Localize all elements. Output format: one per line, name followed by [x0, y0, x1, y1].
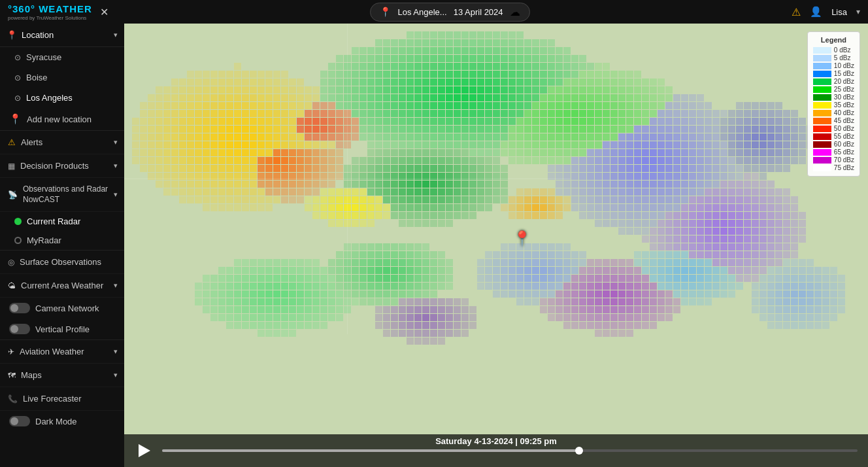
legend-label: 20 dBz: [834, 78, 854, 85]
sidebar-item-current-radar[interactable]: Current Radar: [0, 212, 124, 231]
sidebar-location-section[interactable]: 📍 Location ▾: [0, 24, 124, 47]
current-area-label: Current Area Weather: [21, 281, 103, 290]
los-angeles-label: Los Angeles: [26, 93, 73, 103]
myradar-radio: [14, 237, 22, 244]
legend-label: 5 dBz: [834, 54, 851, 61]
legend-color-swatch: [813, 55, 831, 61]
play-button[interactable]: [135, 441, 154, 460]
legend-label: 60 dBz: [834, 141, 854, 148]
timeline-thumb[interactable]: [575, 447, 583, 455]
radar-canvas: [124, 24, 868, 467]
sidebar-dark-mode: Dark Mode: [0, 411, 124, 432]
decision-products-icon: ▦: [8, 162, 15, 171]
boise-label: Boise: [26, 73, 48, 82]
surface-obs-left: ◎ Surface Observations: [8, 257, 101, 267]
user-icon: 👤: [810, 6, 822, 18]
sidebar-decision-products-section[interactable]: ▦ Decision Products ▾: [0, 154, 124, 178]
legend-label: 40 dBz: [834, 109, 854, 116]
header-left: °360° WEATHER powered by TruWeather Solu…: [8, 3, 108, 21]
legend-item: 50 dBz: [813, 125, 854, 132]
location-bar[interactable]: 📍 Los Angele... 13 April 2024 ☁: [370, 3, 529, 22]
live-forecaster-icon: 📞: [8, 394, 18, 404]
alerts-left: ⚠ Alerts: [8, 137, 42, 147]
observations-left: 📡 Observations and Radar NowCAST: [8, 184, 114, 205]
legend-color-swatch: [813, 118, 831, 124]
decision-products-chevron-icon: ▾: [114, 162, 118, 170]
location-chevron-icon: ▾: [114, 31, 118, 39]
legend-item: 30 dBz: [813, 94, 854, 101]
location-pin-icon: ⊙: [14, 94, 21, 103]
legend-color-swatch: [813, 126, 831, 132]
legend-item: 0 dBz: [813, 46, 854, 54]
timeline-scrubber[interactable]: [162, 449, 858, 452]
legend-color-swatch: [813, 102, 831, 109]
live-forecaster-label: Live Forecaster: [23, 394, 82, 404]
add-icon: 📍: [9, 113, 22, 125]
legend-items: 0 dBz5 dBz10 dBz15 dBz20 dBz25 dBz30 dBz…: [813, 46, 854, 171]
legend-color-swatch: [813, 86, 831, 93]
legend-color-swatch: [813, 141, 831, 148]
alert-icon[interactable]: ⚠: [792, 6, 801, 18]
timeline-progress: [162, 449, 579, 452]
sidebar-vertical-profile: Vertical Profile: [0, 319, 124, 339]
legend-label: 35 dBz: [834, 101, 854, 109]
add-location-label: Add new location: [27, 114, 92, 124]
location-section-title: 📍 Location: [7, 30, 54, 40]
legend-label: 65 dBz: [834, 148, 854, 156]
legend-color-swatch: [813, 110, 831, 116]
observations-icon: 📡: [8, 190, 18, 199]
user-menu-chevron-icon[interactable]: ▾: [856, 7, 860, 16]
legend-item: 20 dBz: [813, 78, 854, 85]
vertical-profile-label: Vertical Profile: [35, 324, 90, 334]
dark-mode-toggle[interactable]: [9, 416, 30, 426]
logo: °360° WEATHER powered by TruWeather Solu…: [8, 3, 92, 21]
legend-item: 15 dBz: [813, 70, 854, 77]
sidebar-current-area-weather[interactable]: 🌤 Current Area Weather ▾: [0, 274, 124, 298]
header-right: ⚠ 👤 Lisa ▾: [792, 6, 860, 18]
legend-item: 65 dBz: [813, 148, 854, 156]
legend-color-swatch: [813, 165, 831, 171]
play-icon: [139, 444, 150, 457]
surface-obs-icon: ◎: [8, 258, 14, 267]
location-pin-icon: ⊙: [14, 73, 21, 82]
sidebar-surface-observations[interactable]: ◎ Surface Observations: [0, 251, 124, 274]
legend-label: 15 dBz: [834, 70, 854, 77]
legend-label: 70 dBz: [834, 156, 854, 164]
sidebar-item-los-angeles[interactable]: ⊙ Los Angeles: [0, 88, 124, 108]
location-pin-icon: 📍: [380, 7, 391, 17]
sidebar-maps[interactable]: 🗺 Maps ▾: [0, 364, 124, 387]
current-date: 13 April 2024: [454, 7, 503, 17]
sidebar-item-boise[interactable]: ⊙ Boise: [0, 67, 124, 88]
sidebar-item-myradar[interactable]: MyRadar: [0, 231, 124, 250]
legend-label: 30 dBz: [834, 94, 854, 101]
time-bar: Saturday 4-13-2024 | 09:25 pm: [124, 434, 868, 467]
legend-label: 50 dBz: [834, 125, 854, 132]
legend-color-swatch: [813, 149, 831, 156]
legend-color-swatch: [813, 71, 831, 77]
current-location-name: Los Angele...: [397, 7, 446, 17]
map-location-pin: 📍: [513, 230, 531, 247]
surface-obs-label: Surface Observations: [20, 257, 101, 267]
legend-panel: Legend 0 dBz5 dBz10 dBz15 dBz20 dBz25 dB…: [807, 31, 860, 177]
camera-network-toggle[interactable]: [9, 303, 30, 313]
legend-label: 55 dBz: [834, 133, 854, 140]
sidebar-aviation-weather[interactable]: ✈ Aviation Weather ▾: [0, 340, 124, 364]
map-container[interactable]: 📍 Legend 0 dBz5 dBz10 dBz15 dBz20 dBz25 …: [124, 24, 868, 467]
username-label: Lisa: [831, 7, 847, 17]
sidebar-item-syracuse[interactable]: ⊙ Syracuse: [0, 47, 124, 67]
vertical-profile-toggle[interactable]: [9, 324, 30, 334]
alerts-icon: ⚠: [8, 137, 16, 147]
decision-products-left: ▦ Decision Products: [8, 161, 89, 171]
legend-item: 35 dBz: [813, 101, 854, 109]
sidebar-observations-section[interactable]: 📡 Observations and Radar NowCAST ▾: [0, 178, 124, 212]
weather-cloud-icon: ☁: [510, 6, 520, 18]
location-pin-icon: ⊙: [14, 53, 21, 62]
legend-label: 45 dBz: [834, 117, 854, 124]
sidebar-alerts-section[interactable]: ⚠ Alerts ▾: [0, 131, 124, 154]
legend-color-swatch: [813, 94, 831, 101]
add-new-location-button[interactable]: 📍 Add new location: [0, 108, 124, 130]
sidebar-live-forecaster[interactable]: 📞 Live Forecaster: [0, 387, 124, 411]
sidebar-camera-network: Camera Network: [0, 298, 124, 319]
close-button[interactable]: ✕: [100, 6, 108, 18]
observations-label: Observations and Radar NowCAST: [23, 184, 114, 205]
